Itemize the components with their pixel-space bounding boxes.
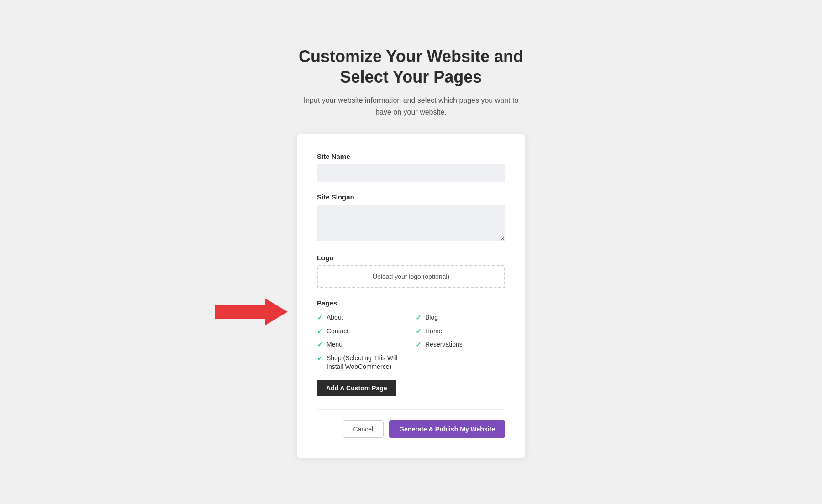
page-item-menu: ✓ Menu [317, 340, 406, 349]
page-title-line1: Customize Your Website and [299, 47, 523, 66]
cancel-button[interactable]: Cancel [343, 420, 384, 438]
page-label-blog: Blog [425, 313, 438, 322]
page-label-home: Home [425, 327, 442, 336]
arrow-annotation [215, 298, 288, 326]
site-slogan-field: Site Slogan [317, 193, 505, 243]
site-name-label: Site Name [317, 152, 505, 160]
page-title: Customize Your Website and Select Your P… [299, 46, 523, 87]
page-label-menu: Menu [327, 340, 342, 349]
footer-actions: Cancel Generate & Publish My Website [317, 409, 505, 438]
page-item-reservations: ✓ Reservations [416, 340, 505, 349]
page-title-line2: Select Your Pages [340, 68, 482, 86]
site-name-input[interactable] [317, 164, 505, 182]
check-icon-about: ✓ [317, 314, 323, 322]
pages-grid: ✓ About ✓ Blog ✓ Contact ✓ Home ✓ Menu [317, 313, 505, 372]
main-card: Site Name Site Slogan Logo Upload your l… [297, 134, 525, 458]
add-custom-page-button[interactable]: Add A Custom Page [317, 380, 396, 396]
check-icon-contact: ✓ [317, 327, 323, 336]
page-subtitle: Input your website information and selec… [301, 94, 521, 118]
pages-label: Pages [317, 299, 505, 307]
logo-label: Logo [317, 254, 505, 262]
logo-upload-area[interactable]: Upload your logo (optional) [317, 265, 505, 288]
generate-publish-button[interactable]: Generate & Publish My Website [389, 420, 505, 438]
add-custom-page-container: Add A Custom Page [317, 380, 505, 409]
page-label-about: About [327, 313, 343, 322]
check-icon-shop: ✓ [317, 354, 323, 362]
page-item-home: ✓ Home [416, 327, 505, 336]
page-item-contact: ✓ Contact [317, 327, 406, 336]
page-label-contact: Contact [327, 327, 348, 336]
pages-section: Pages ✓ About ✓ Blog ✓ Contact ✓ Home [317, 299, 505, 409]
logo-upload-text: Upload your logo (optional) [373, 273, 449, 280]
page-label-reservations: Reservations [425, 340, 463, 349]
page-item-shop: ✓ Shop (Selecting This Will Install WooC… [317, 354, 406, 372]
check-icon-blog: ✓ [416, 314, 422, 322]
page-item-about: ✓ About [317, 313, 406, 322]
check-icon-reservations: ✓ [416, 341, 422, 349]
check-icon-menu: ✓ [317, 341, 323, 349]
svg-marker-0 [215, 298, 288, 326]
check-icon-home: ✓ [416, 327, 422, 336]
page-label-shop: Shop (Selecting This Will Install WooCom… [327, 354, 406, 372]
site-name-field: Site Name [317, 152, 505, 182]
logo-field: Logo Upload your logo (optional) [317, 254, 505, 288]
site-slogan-label: Site Slogan [317, 193, 505, 201]
page-item-blog: ✓ Blog [416, 313, 505, 322]
site-slogan-input[interactable] [317, 205, 505, 241]
